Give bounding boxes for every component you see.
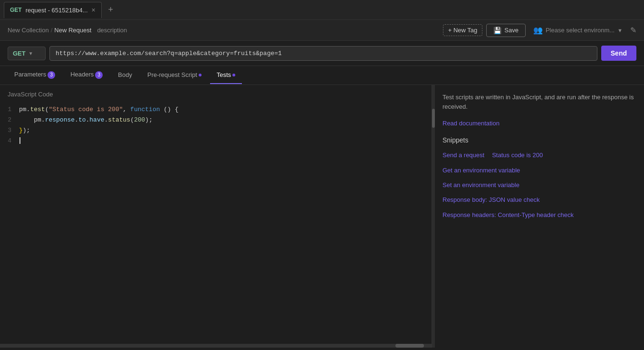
env-placeholder: Please select environm... [546,27,615,34]
tab-dot [199,74,202,76]
code-line: 3}); [0,125,432,136]
scroll-indicator[interactable] [432,85,435,348]
active-tab[interactable]: GET request - 6515218b4... × [4,2,102,18]
edit-icon[interactable]: ✎ [630,26,636,35]
tab-pre-request-script[interactable]: Pre-request Script [141,66,208,84]
tab-parameters[interactable]: Parameters3 [8,66,62,85]
snippet-link[interactable]: Response body: JSON value check [442,194,636,205]
line-number: 1 [0,104,19,115]
url-input[interactable] [49,46,597,61]
tab-dot [232,74,235,76]
tab-headers[interactable]: Headers3 [64,66,109,85]
tab-bar: GET request - 6515218b4... × + [0,0,644,20]
scrollbar-thumb [395,344,424,348]
tab-label: Headers [70,71,94,78]
new-tab-button[interactable]: + [104,3,118,17]
save-button[interactable]: 💾 Save [486,24,526,37]
code-section-title: JavaScript Code [0,85,432,101]
method-selector[interactable]: GET ▼ [8,47,46,60]
toolbar: New Collection / New Request description… [0,20,644,41]
tab-badge: 3 [95,71,103,79]
method-label: GET [13,50,26,57]
line-number: 3 [0,125,19,136]
tab-badge: 3 [48,71,55,79]
snippet-link[interactable]: Set an environment variable [442,180,636,190]
line-content: pm.response.to.have.status(200); [19,115,432,125]
tab-tests[interactable]: Tests [210,66,242,84]
snippets-title: Snippets [442,136,636,144]
description-label[interactable]: description [97,27,127,34]
horizontal-scrollbar[interactable] [0,344,432,348]
line-number: 4 [0,136,19,146]
request-name[interactable]: New Request [54,27,91,34]
text-cursor [19,137,20,144]
tab-title: request - 6515218b4... [26,7,88,14]
tab-close-button[interactable]: × [92,6,96,14]
snippet-link[interactable]: Get an environment variable [442,165,636,176]
line-number: 2 [0,115,19,125]
tab-method: GET [10,7,22,13]
read-documentation-link[interactable]: Read documentation [442,120,636,127]
new-tag-label: + New Tag [448,27,478,34]
line-content: }); [19,125,432,136]
request-tabs: Parameters3Headers3BodyPre-request Scrip… [0,66,644,85]
main-content: JavaScript Code 1pm.test("Status code is… [0,85,644,348]
snippet-link[interactable]: Status code is 200 [492,150,543,161]
save-label: Save [504,27,519,34]
breadcrumb-separator: / [51,27,53,34]
breadcrumb: New Collection / New Request description [8,27,439,34]
save-icon: 💾 [493,27,501,34]
code-editor[interactable]: 1pm.test("Status code is 200", function … [0,101,432,344]
line-content: pm.test("Status code is 200", function (… [19,104,432,115]
new-tag-button[interactable]: + New Tag [443,24,483,36]
tab-label: Pre-request Script [147,71,197,78]
snippet-link[interactable]: Send a request [442,150,484,161]
tab-label: Parameters [14,71,46,78]
code-panel: JavaScript Code 1pm.test("Status code is… [0,85,432,348]
env-icon: 👥 [533,26,543,35]
snippets-list: Send a requestStatus code is 200Get an e… [442,150,636,220]
scroll-thumb [432,109,435,128]
chevron-down-icon: ▼ [617,28,623,33]
code-line: 2 pm.response.to.have.status(200); [0,115,432,125]
tab-body[interactable]: Body [111,66,139,84]
line-content [19,136,432,146]
tab-label: Body [118,71,132,78]
code-line: 4 [0,136,432,146]
code-line: 1pm.test("Status code is 200", function … [0,104,432,115]
url-bar: GET ▼ Send [0,41,644,66]
sidebar-description: Test scripts are written in JavaScript, … [442,93,636,113]
send-button[interactable]: Send [601,46,636,61]
chevron-down-icon: ▼ [29,51,33,56]
snippet-link[interactable]: Response headers: Content-Type header ch… [442,209,636,220]
collection-name: New Collection [8,27,49,34]
sidebar-panel: Test scripts are written in JavaScript, … [435,85,644,348]
environment-selector[interactable]: 👥 Please select environm... ▼ [529,24,626,37]
tab-label: Tests [217,71,231,78]
